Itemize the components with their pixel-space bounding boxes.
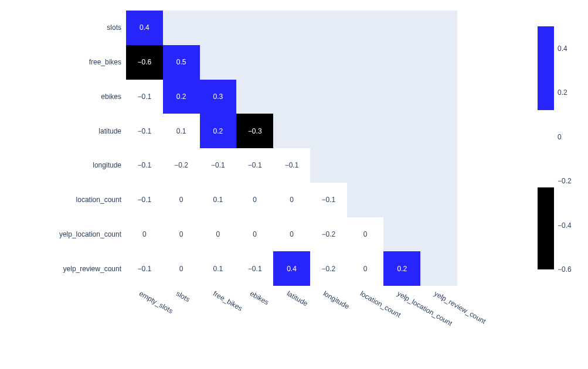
heatmap-cell xyxy=(236,11,273,45)
heatmap-cell xyxy=(383,114,420,148)
heatmap-cell xyxy=(420,80,457,114)
heatmap-cell xyxy=(383,183,420,217)
y-tick-label: free_bikes xyxy=(89,58,121,66)
heatmap-cell: 0 xyxy=(347,251,384,286)
heatmap-cell xyxy=(347,114,384,148)
heatmap-cell xyxy=(383,217,420,252)
heatmap-cell xyxy=(273,80,310,114)
heatmap-cell: −0.1 xyxy=(126,251,163,286)
heatmap-cell: −0.1 xyxy=(310,183,347,217)
x-tick-label: location_count xyxy=(359,289,402,319)
heatmap-cell: 0 xyxy=(163,217,200,252)
colorbar: 0.40.20−0.2−0.4−0.6 xyxy=(538,26,554,269)
x-tick-label: slots xyxy=(175,289,191,303)
heatmap-cell: 0 xyxy=(273,217,310,252)
heatmap-cell xyxy=(383,148,420,183)
y-tick-label: slots xyxy=(107,23,121,32)
heatmap-cell: 0 xyxy=(236,183,273,217)
heatmap-cell xyxy=(420,251,457,286)
x-tick-label: free_bikes xyxy=(212,289,244,313)
heatmap-cell xyxy=(420,45,457,80)
heatmap-cell: −0.6 xyxy=(126,45,163,80)
heatmap-cell xyxy=(347,45,384,80)
heatmap-cell xyxy=(236,80,273,114)
heatmap-cell: 0 xyxy=(126,217,163,252)
colorbar-tick: −0.6 xyxy=(558,265,572,274)
y-tick-label: latitude xyxy=(98,127,121,135)
heatmap-cell: 0.1 xyxy=(163,114,200,148)
x-tick-label: empty_slots xyxy=(138,289,174,315)
heatmap-cell xyxy=(310,45,347,80)
heatmap-cell xyxy=(347,80,384,114)
heatmap-cell: 0 xyxy=(236,217,273,252)
heatmap-cell: 0.1 xyxy=(200,251,237,286)
y-tick-label: location_count xyxy=(76,196,121,204)
heatmap-cell: 0.3 xyxy=(200,80,237,114)
heatmap-cell: 0.2 xyxy=(383,251,420,286)
heatmap-cell: 0.2 xyxy=(163,80,200,114)
heatmap-cell xyxy=(273,114,310,148)
heatmap-cell: −0.1 xyxy=(236,251,273,286)
colorbar-tick: 0.2 xyxy=(558,88,567,97)
heatmap-cell xyxy=(163,11,200,45)
heatmap-cell xyxy=(347,148,384,183)
heatmap-cell: −0.1 xyxy=(126,148,163,183)
heatmap-cell: 0.4 xyxy=(126,11,163,45)
heatmap-cell: −0.2 xyxy=(163,148,200,183)
y-tick-label: yelp_location_count xyxy=(59,230,121,238)
colorbar-segment-blue xyxy=(538,26,554,110)
heatmap-cell xyxy=(383,80,420,114)
heatmap-cell: −0.1 xyxy=(126,80,163,114)
heatmap-cell: 0 xyxy=(163,183,200,217)
heatmap-cell xyxy=(236,45,273,80)
heatmap-cell xyxy=(347,11,384,45)
heatmap-cell xyxy=(310,80,347,114)
heatmap-cell: 0 xyxy=(347,217,384,252)
heatmap-cell: −0.1 xyxy=(126,114,163,148)
heatmap-cell: 0.4 xyxy=(273,251,310,286)
y-tick-label: ebikes xyxy=(101,93,121,101)
heatmap-cell xyxy=(420,148,457,183)
colorbar-tick: 0.4 xyxy=(558,45,567,53)
heatmap-cell xyxy=(310,11,347,45)
heatmap-cell xyxy=(273,11,310,45)
heatmap-cell: 0.2 xyxy=(200,114,237,148)
heatmap-cell xyxy=(420,217,457,252)
heatmap-cell xyxy=(383,45,420,80)
heatmap-cell: −0.3 xyxy=(236,114,273,148)
x-tick-label: ebikes xyxy=(249,289,270,306)
heatmap-cell xyxy=(273,45,310,80)
heatmap-cell: 0 xyxy=(273,183,310,217)
heatmap-cell: −0.1 xyxy=(236,148,273,183)
heatmap-cell xyxy=(200,45,237,80)
heatmap-cell xyxy=(200,11,237,45)
colorbar-tick: 0 xyxy=(558,133,562,141)
heatmap-cell: −0.2 xyxy=(310,251,347,286)
heatmap-cell: −0.1 xyxy=(200,148,237,183)
heatmap-cell xyxy=(420,183,457,217)
heatmap-cell xyxy=(310,148,347,183)
heatmap-cell xyxy=(310,114,347,148)
colorbar-tick: −0.4 xyxy=(558,221,572,230)
heatmap-cell: −0.1 xyxy=(126,183,163,217)
heatmap-cell xyxy=(420,11,457,45)
heatmap-plot: 0.4−0.60.5−0.10.20.3−0.10.10.2−0.3−0.1−0… xyxy=(126,11,457,286)
heatmap-cell: 0.1 xyxy=(200,183,237,217)
heatmap-cell xyxy=(420,114,457,148)
heatmap-cell: 0 xyxy=(163,251,200,286)
heatmap-cell xyxy=(347,183,384,217)
colorbar-tick: −0.2 xyxy=(558,177,572,185)
x-tick-label: latitude xyxy=(285,289,310,308)
heatmap-cell xyxy=(383,11,420,45)
heatmap-cell: −0.1 xyxy=(273,148,310,183)
colorbar-segment-black xyxy=(538,187,554,269)
heatmap-cell: 0.5 xyxy=(163,45,200,80)
heatmap-cell: 0 xyxy=(200,217,237,252)
y-tick-label: longitude xyxy=(93,161,121,169)
heatmap-cell: −0.2 xyxy=(310,217,347,252)
y-tick-label: yelp_review_count xyxy=(63,265,121,273)
x-tick-label: longitude xyxy=(322,289,351,310)
